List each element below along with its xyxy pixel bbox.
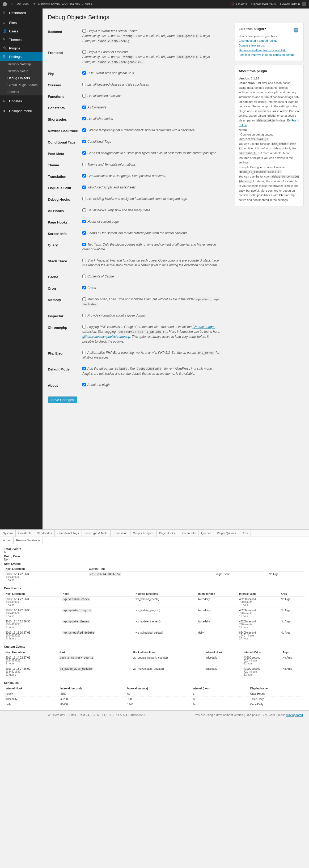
like-link-github[interactable]: Fork it or improve it: open issues on gi… (239, 53, 295, 56)
row-label-phperror: Php Error (48, 348, 82, 364)
tab-translation[interactable]: Translation (111, 530, 130, 536)
menu-dashboard[interactable]: ⊞Dashboard (0, 8, 42, 17)
my-sites-link[interactable]: ⌂My Sites (11, 2, 29, 6)
like-link-donate[interactable]: Donate a few euros. (239, 44, 265, 47)
checkbox-php[interactable] (82, 71, 86, 75)
subtab-rewrite-backtrace[interactable]: Rewrite Backtrace (13, 537, 43, 544)
submenu-network-setup[interactable]: Network Setup (0, 68, 42, 75)
checkbox-rewrite[interactable] (82, 128, 86, 132)
checkbox-cron[interactable] (82, 286, 86, 289)
menu-themes[interactable]: ✎Themes (0, 35, 42, 44)
checkbox-debughooks[interactable] (82, 197, 86, 200)
checkbox-constants[interactable] (82, 105, 86, 109)
network-admin-link[interactable]: ✚Network Admin: WP Beta dev → Sites (33, 2, 92, 6)
svg-point-0 (293, 28, 299, 33)
themes-icon: ✎ (3, 37, 7, 42)
checkbox-memory[interactable] (82, 298, 86, 301)
objects-link[interactable]: 🐞Objects (231, 2, 247, 6)
tab-page-hooks[interactable]: Page Hooks (156, 530, 178, 536)
checkbox-defaultmode[interactable] (82, 367, 86, 370)
about-plugin-box: About this plugin Version: 2.1.16 Descri… (235, 65, 304, 206)
checkbox-backend[interactable] (82, 29, 86, 33)
collapse-icon: ◀ (3, 109, 7, 113)
hint1: - Comfort on debug output: (239, 132, 300, 137)
checkbox-cache[interactable] (82, 275, 86, 278)
table-row: 2013-11-14 22:56:3813844697982 hours wp_… (4, 597, 305, 608)
schedules-table: Interval HookInterval (second)Interval (… (4, 686, 305, 707)
like-link-wishlist[interactable]: Get me something from my wish list. (239, 49, 286, 52)
admin-menu: ⊞Dashboard ⌂Sites 👤Users ✎Themes 🔌Plugin… (0, 8, 42, 529)
bug-icon: 🐞 (231, 2, 235, 6)
checkbox-frontend[interactable] (82, 50, 86, 54)
row-label-cron: Cron (48, 283, 82, 294)
tab-shortcodes[interactable]: Shortcodes (34, 530, 55, 536)
row-label-constants: Constants (48, 102, 82, 114)
next-events-table: Next ExecutionCurrent Time 2013-11-14 22… (4, 566, 305, 583)
like-plugin-intro: Here's how you can give back: (239, 34, 300, 39)
checkbox-query[interactable] (82, 243, 86, 246)
checkbox-condtags[interactable] (82, 140, 86, 143)
tab-plugin-queries[interactable]: Plugin Queries (214, 530, 239, 536)
checkbox-phperror[interactable] (82, 351, 86, 354)
subtab-about[interactable]: About (0, 537, 13, 544)
tab-post-type-meta[interactable]: Post Type & Meta (82, 530, 111, 536)
menu-plugins[interactable]: 🔌Plugins (0, 44, 42, 52)
settings-icon: ⚙ (3, 55, 7, 59)
tab-cron[interactable]: Cron (239, 530, 251, 536)
row-label-functions: Functions (48, 91, 82, 102)
checkbox-screeninfo[interactable] (82, 231, 86, 235)
checkbox-stacktrace[interactable] (82, 258, 86, 262)
checkbox-about[interactable] (82, 383, 86, 386)
menu-settings[interactable]: ⚙Settings (0, 52, 42, 61)
checkbox-pagehooks[interactable] (82, 220, 86, 223)
settings-submenu: Network Settings Network Setup Debug Obj… (0, 61, 42, 95)
tab-screen-info[interactable]: Screen Info (178, 530, 198, 536)
menu-collapse[interactable]: ◀Collapse menu (0, 106, 42, 115)
howdy-link[interactable]: Howdy, admin (280, 2, 306, 6)
row-label-theme: Theme (48, 159, 82, 171)
hints-label: Hints: (239, 128, 247, 131)
chromephp-github-link[interactable]: github.com/ccampbell/chromephp (82, 335, 130, 339)
row-label-cache: Cache (48, 271, 82, 283)
save-button[interactable]: Save Changes (48, 397, 77, 403)
submenu-network-settings[interactable]: Network Settings (0, 61, 42, 68)
updates-icon: ↻ (3, 99, 7, 103)
checkbox-enqueue[interactable] (82, 186, 86, 189)
checkbox-functions[interactable] (82, 94, 86, 97)
row-label-frontend: Frontend (48, 47, 82, 68)
menu-users[interactable]: 👤Users (0, 27, 42, 35)
checkbox-inspector[interactable] (82, 314, 86, 317)
row-label-postmeta: Post Meta (48, 148, 82, 159)
submenu-github-plugin-search[interactable]: Github Plugin Search (0, 82, 42, 89)
table-row: twicedaily4320072012Twice Daily (4, 696, 305, 702)
checkbox-shortcodes[interactable] (82, 117, 86, 120)
desc-label: Description: (239, 81, 256, 85)
submenu-adminer[interactable]: Adminer (0, 89, 42, 95)
checkbox-translation[interactable] (82, 174, 86, 178)
like-plugin-title: Like this plugin? (239, 26, 300, 32)
footer-stay-updated-link[interactable]: stay updated (286, 713, 303, 716)
row-label-debughooks: Debug Hooks (48, 194, 82, 205)
table-row: 2013-11-15 10:57:06138451302614 hours wp… (4, 630, 305, 641)
tab-scripts-styles[interactable]: Scripts & Styles (130, 530, 156, 536)
checkbox-chromephp[interactable] (82, 325, 86, 329)
checkbox-classes[interactable] (82, 83, 86, 86)
tab-queries[interactable]: Queries (198, 530, 214, 536)
checkbox-theme[interactable] (82, 163, 86, 166)
chrome-logger-link[interactable]: Chrome Logger (193, 325, 215, 329)
checkbox-postmeta[interactable] (82, 151, 86, 155)
like-link-rating[interactable]: Give the plugin a good rating. (239, 39, 277, 42)
deprecated-calls-link[interactable]: Deprecated Calls (251, 2, 276, 6)
tab-system[interactable]: System (0, 530, 16, 536)
wp-logo[interactable] (3, 2, 7, 6)
row-label-condtags: Conditional Tags (48, 136, 82, 148)
row-label-shortcodes: Shortcodes (48, 114, 82, 125)
dashboard-icon: ⊞ (3, 11, 7, 15)
submenu-debug-objects[interactable]: Debug Objects (0, 75, 42, 82)
tab-constants[interactable]: Constants (16, 530, 35, 536)
checkbox-allhooks[interactable] (82, 208, 86, 212)
menu-sites[interactable]: ⌂Sites (0, 18, 42, 27)
tab-conditional-tags[interactable]: Conditional Tags (55, 530, 82, 536)
menu-updates[interactable]: ↻Updates (0, 97, 42, 105)
footer-left: WP Beta dev → Sites • RAM 24,5/128M • SQ… (48, 713, 145, 716)
